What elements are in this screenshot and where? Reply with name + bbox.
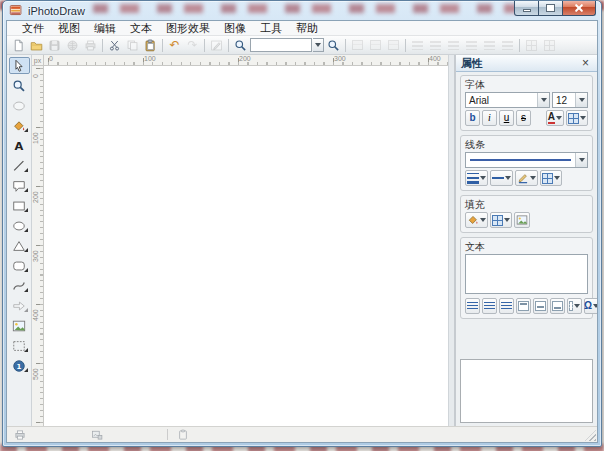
align-right-button[interactable] <box>445 37 462 53</box>
dropdown-button[interactable] <box>575 93 587 107</box>
rectangle-tool[interactable] <box>9 197 30 214</box>
align-left-button[interactable] <box>409 37 426 53</box>
title-bar[interactable]: iPhotoDraw <box>3 1 601 20</box>
curve-tool[interactable] <box>9 277 30 294</box>
minimize-button[interactable] <box>514 1 539 16</box>
zoom-tool[interactable] <box>9 77 30 94</box>
bold-button[interactable]: b <box>465 110 480 126</box>
callout-tool[interactable] <box>9 177 30 194</box>
ruler-label: 0 <box>49 55 53 62</box>
shape-select-tool[interactable] <box>9 97 30 114</box>
image-tool[interactable] <box>9 317 30 334</box>
publish-button[interactable] <box>64 37 81 53</box>
layout-button-1[interactable] <box>349 37 366 53</box>
menu-file[interactable]: 文件 <box>15 21 51 36</box>
align-center-button[interactable] <box>427 37 444 53</box>
grid-button-1[interactable] <box>523 37 540 53</box>
text-valign-middle-button[interactable] <box>533 298 548 314</box>
dropdown-button[interactable] <box>537 93 549 107</box>
numbering-tool[interactable] <box>9 357 30 374</box>
menu-help[interactable]: 帮助 <box>289 21 325 36</box>
menu-image[interactable]: 图像 <box>217 21 253 36</box>
text-align-right-button[interactable] <box>499 298 514 314</box>
text-tool[interactable] <box>9 137 30 154</box>
table-icon <box>492 215 503 226</box>
fill-table-button[interactable] <box>490 212 512 228</box>
drawing-canvas[interactable] <box>44 66 448 426</box>
save-button[interactable] <box>46 37 63 53</box>
line-dash-button[interactable] <box>490 170 513 186</box>
layout-button-2[interactable] <box>367 37 384 53</box>
globe-icon <box>66 39 79 52</box>
menu-bar: 文件 视图 编辑 文本 图形效果 图像 工具 帮助 <box>7 21 597 36</box>
status-print-button[interactable] <box>12 428 28 442</box>
text-valign-top-button[interactable] <box>516 298 531 314</box>
open-button[interactable] <box>28 37 45 53</box>
edit-button[interactable] <box>208 37 225 53</box>
symbol-button[interactable]: Ω <box>584 298 598 314</box>
cut-button[interactable] <box>106 37 123 53</box>
screenshot-tool[interactable] <box>9 337 30 354</box>
panel-close-button[interactable]: × <box>579 57 592 69</box>
menu-effects[interactable]: 图形效果 <box>159 21 217 36</box>
screenshot-icon <box>12 339 26 353</box>
rounded-rect-tool[interactable] <box>9 257 30 274</box>
menu-edit[interactable]: 编辑 <box>87 21 123 36</box>
fill-tool[interactable] <box>9 117 30 134</box>
layout-button-3[interactable] <box>385 37 402 53</box>
close-button[interactable] <box>563 1 596 16</box>
italic-button[interactable]: i <box>482 110 497 126</box>
dropdown-icon <box>574 304 580 311</box>
text-align-left-button[interactable] <box>465 298 480 314</box>
copy-button[interactable] <box>124 37 141 53</box>
align-middle-button[interactable] <box>481 37 498 53</box>
line-color-button[interactable] <box>515 170 538 186</box>
status-image-button[interactable] <box>89 428 105 442</box>
line-table-button[interactable] <box>540 170 562 186</box>
maximize-button[interactable] <box>539 1 563 16</box>
print-button[interactable] <box>82 37 99 53</box>
fill-image-button[interactable] <box>514 212 530 228</box>
font-style-table-button[interactable] <box>566 110 588 126</box>
font-color-button[interactable]: A <box>546 110 564 126</box>
ellipse-tool[interactable] <box>9 217 30 234</box>
font-size-select[interactable]: 12 <box>552 92 588 108</box>
status-clipboard-button[interactable] <box>175 428 191 442</box>
menu-text[interactable]: 文本 <box>123 21 159 36</box>
zoom-input[interactable] <box>250 38 312 52</box>
align-bottom-button[interactable] <box>499 37 516 53</box>
text-align-center-button[interactable] <box>482 298 497 314</box>
resize-grip[interactable] <box>585 430 596 441</box>
arrow-shape-tool[interactable] <box>9 297 30 314</box>
text-input[interactable] <box>465 254 588 294</box>
menu-view[interactable]: 视图 <box>51 21 87 36</box>
font-family-select[interactable]: Arial <box>465 92 550 108</box>
align-icon <box>466 41 477 50</box>
undo-button[interactable]: ↶ <box>166 37 183 53</box>
menu-tools[interactable]: 工具 <box>253 21 289 36</box>
printer-icon <box>14 429 26 441</box>
line-width-button[interactable] <box>465 170 488 186</box>
zoom-button[interactable] <box>232 37 249 53</box>
text-box-button[interactable] <box>567 298 582 314</box>
dropdown-button[interactable] <box>575 153 587 167</box>
strikethrough-button[interactable]: s <box>516 110 531 126</box>
text-valign-bottom-button[interactable] <box>550 298 565 314</box>
align-top-button[interactable] <box>463 37 480 53</box>
triangle-tool[interactable] <box>9 237 30 254</box>
text-box-icon <box>569 301 573 311</box>
grid-button-2[interactable] <box>541 37 558 53</box>
redo-button[interactable]: ↷ <box>184 37 201 53</box>
paste-button[interactable] <box>142 37 159 53</box>
pointer-tool[interactable] <box>9 57 30 74</box>
underline-button[interactable]: u <box>499 110 514 126</box>
fill-color-button[interactable] <box>465 212 488 228</box>
zoom-dropdown-button[interactable] <box>313 38 324 52</box>
window-body: 文件 视图 编辑 文本 图形效果 图像 工具 帮助 ↶ ↷ <box>6 20 598 443</box>
panel-splitter[interactable] <box>448 55 455 426</box>
new-button[interactable] <box>10 37 27 53</box>
italic-icon: i <box>488 113 491 123</box>
line-tool[interactable] <box>9 157 30 174</box>
zoom-search-button[interactable] <box>325 37 342 53</box>
line-style-select[interactable] <box>465 152 588 168</box>
